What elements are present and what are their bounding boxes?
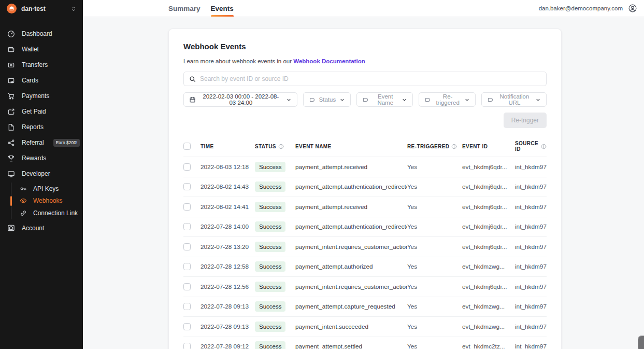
main-area: SummaryEvents dan.baker@democompany.com … bbox=[83, 0, 644, 349]
tab-events[interactable]: Events bbox=[211, 0, 234, 17]
cell-status: Success bbox=[255, 162, 295, 172]
row-checkbox[interactable] bbox=[183, 203, 191, 211]
cell-time: 2022-07-28 12:56 bbox=[201, 283, 255, 290]
table-row[interactable]: 2022-08-03 12:18 Success payment_attempt… bbox=[183, 157, 547, 177]
sidebar-subitem-webhooks[interactable]: Webhooks bbox=[11, 195, 83, 207]
sidebar-subitem-label: Webhooks bbox=[33, 197, 62, 204]
payments-icon bbox=[7, 92, 16, 100]
get-paid-icon bbox=[7, 108, 16, 116]
cell-source-id: int_hkdm97cm... bbox=[515, 223, 547, 230]
cell-status: Success bbox=[255, 221, 295, 232]
sidebar-item-referral[interactable]: Referral Earn $200! bbox=[0, 135, 83, 150]
info-icon[interactable] bbox=[451, 144, 457, 149]
table-row[interactable]: 2022-08-02 14:41 Success payment_attempt… bbox=[183, 197, 547, 217]
org-switcher[interactable]: dan-test bbox=[0, 0, 83, 17]
re-trigger-button[interactable]: Re-trigger bbox=[504, 113, 547, 128]
cell-time: 2022-07-28 12:58 bbox=[201, 263, 255, 270]
page-title: Webhook Events bbox=[183, 42, 547, 51]
sidebar-item-label: Reports bbox=[22, 123, 44, 131]
actions-row: Re-trigger bbox=[183, 113, 547, 128]
row-checkbox[interactable] bbox=[183, 263, 191, 270]
filter-notification-url[interactable]: Notification URL bbox=[481, 92, 547, 107]
sidebar-item-dashboard[interactable]: Dashboard bbox=[0, 26, 83, 41]
sidebar-item-cards[interactable]: Cards bbox=[0, 73, 83, 88]
table-row[interactable]: 2022-07-28 13:20 Success payment_intent.… bbox=[183, 237, 547, 257]
row-checkbox-cell bbox=[183, 263, 201, 270]
cell-re-triggered: Yes bbox=[407, 223, 462, 230]
sidebar-item-developer[interactable]: Developer bbox=[0, 166, 83, 182]
sidebar-item-get-paid[interactable]: Get Paid bbox=[0, 104, 83, 119]
row-checkbox-cell bbox=[183, 323, 201, 330]
cell-status: Success bbox=[255, 242, 295, 252]
chat-widget-button[interactable] bbox=[638, 336, 644, 349]
select-all-checkbox[interactable] bbox=[183, 143, 191, 150]
filter-event-name[interactable]: Event Name bbox=[356, 92, 413, 107]
cell-event-name: payment_attempt.settled bbox=[295, 343, 407, 349]
row-checkbox[interactable] bbox=[183, 343, 191, 349]
webhook-documentation-link[interactable]: Webhook Documentation bbox=[293, 58, 365, 64]
sidebar-item-payments[interactable]: Payments bbox=[0, 88, 83, 104]
status-badge: Success bbox=[255, 221, 285, 232]
row-checkbox[interactable] bbox=[183, 183, 191, 190]
dashboard-icon bbox=[7, 30, 16, 38]
status-badge: Success bbox=[255, 341, 285, 349]
table-row[interactable]: 2022-07-28 09:13 Success payment_attempt… bbox=[183, 297, 547, 317]
row-checkbox[interactable] bbox=[183, 163, 191, 171]
sidebar-item-transfers[interactable]: Transfers bbox=[0, 57, 83, 73]
cell-event-id: evt_hkdmzwg... bbox=[462, 263, 515, 270]
column-header-re-triggered[interactable]: RE-TRIGGERED bbox=[407, 144, 462, 149]
table-row[interactable]: 2022-07-28 12:56 Success payment_intent.… bbox=[183, 277, 547, 297]
sidebar-item-label: Transfers bbox=[22, 61, 48, 68]
cell-source-id: int_hkdm97cm... bbox=[515, 343, 547, 349]
sidebar-item-account[interactable]: Account bbox=[0, 220, 83, 236]
row-checkbox[interactable] bbox=[183, 283, 191, 290]
sidebar-subitem-connection-link[interactable]: Connection Link bbox=[11, 207, 83, 219]
user-email: dan.baker@democompany.com bbox=[539, 5, 623, 11]
selector-icon bbox=[70, 6, 77, 12]
row-checkbox[interactable] bbox=[183, 243, 191, 250]
developer-subnav: API Keys Webhooks Connection Link bbox=[11, 183, 83, 219]
sidebar-item-reports[interactable]: Reports bbox=[0, 119, 83, 135]
column-header-status[interactable]: STATUS bbox=[255, 144, 295, 149]
cell-event-id: evt_hkdmj6qdr... bbox=[462, 163, 515, 171]
user-icon[interactable] bbox=[628, 4, 637, 13]
filter-row: 2022-02-03 00:00 - 2022-08-03 24:00 Stat… bbox=[183, 92, 547, 107]
cell-re-triggered: Yes bbox=[407, 283, 462, 290]
org-avatar bbox=[7, 4, 17, 13]
column-header-event-id[interactable]: EVENT ID bbox=[462, 144, 515, 149]
info-icon[interactable] bbox=[541, 144, 547, 149]
info-icon[interactable] bbox=[278, 144, 284, 149]
column-header-event-name[interactable]: EVENT NAME bbox=[295, 144, 407, 149]
row-checkbox-cell bbox=[183, 283, 201, 290]
row-checkbox-cell bbox=[183, 163, 201, 171]
filter-date-range[interactable]: 2022-02-03 00:00 - 2022-08-03 24:00 bbox=[183, 92, 297, 107]
tab-summary[interactable]: Summary bbox=[168, 0, 201, 17]
table-row[interactable]: 2022-07-28 09:13 Success payment_intent.… bbox=[183, 317, 547, 337]
table-row[interactable]: 2022-07-28 12:58 Success payment_attempt… bbox=[183, 257, 547, 277]
sidebar-item-label: Rewards bbox=[22, 155, 46, 162]
sidebar-item-label: Get Paid bbox=[22, 108, 46, 115]
search-input[interactable] bbox=[200, 75, 541, 82]
filter-status[interactable]: Status bbox=[303, 92, 351, 107]
table-row[interactable]: 2022-07-28 14:00 Success payment_attempt… bbox=[183, 217, 547, 238]
filter-label: 2022-02-03 00:00 - 2022-08-03 24:00 bbox=[199, 93, 282, 106]
row-checkbox[interactable] bbox=[183, 323, 191, 330]
tag-icon bbox=[424, 96, 431, 103]
row-checkbox-cell bbox=[183, 303, 201, 310]
column-header-source-id[interactable]: SOURCE ID bbox=[515, 141, 547, 152]
cell-status: Success bbox=[255, 202, 295, 212]
sidebar-subitem-api-keys[interactable]: API Keys bbox=[11, 183, 83, 195]
row-checkbox[interactable] bbox=[183, 303, 191, 310]
sidebar-item-wallet[interactable]: Wallet bbox=[0, 41, 83, 57]
row-checkbox[interactable] bbox=[183, 223, 191, 230]
cell-event-name: payment_attempt.received bbox=[295, 163, 407, 171]
filter-re-triggered[interactable]: Re-triggered bbox=[419, 92, 476, 107]
table-row[interactable]: 2022-08-02 14:43 Success payment_attempt… bbox=[183, 177, 547, 198]
cell-status: Success bbox=[255, 282, 295, 292]
column-label: STATUS bbox=[255, 144, 276, 149]
cell-time: 2022-07-28 09:12 bbox=[201, 343, 255, 349]
chevron-down-icon bbox=[339, 97, 345, 103]
sidebar-item-rewards[interactable]: Rewards bbox=[0, 150, 83, 166]
column-header-time[interactable]: TIME bbox=[201, 144, 255, 149]
table-row[interactable]: 2022-07-28 09:12 Success payment_attempt… bbox=[183, 337, 547, 349]
